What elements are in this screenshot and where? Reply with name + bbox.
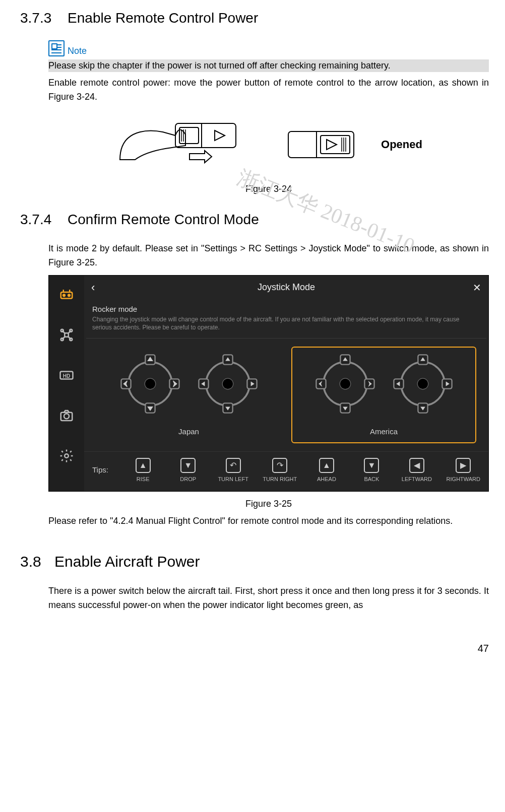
rotate-right-icon: ↷: [272, 458, 287, 473]
tip-ahead: ▲ AHEAD: [311, 458, 342, 482]
arrow-left-icon: ◀: [409, 458, 424, 473]
section-number: 3.7.4: [20, 212, 51, 228]
tip-leftward: ◀ LEFTWARD: [401, 458, 432, 482]
svg-point-15: [63, 294, 65, 296]
app-header: ‹ Joystick Mode ✕: [84, 276, 488, 300]
app-sidebar: HD: [49, 276, 84, 491]
svg-point-29: [64, 414, 69, 419]
body-text: Please refer to "4.2.4 Manual Flight Con…: [48, 514, 489, 528]
section-number: 3.8: [20, 553, 41, 570]
page-number: 47: [20, 643, 489, 654]
sidebar-settings-icon[interactable]: [58, 448, 75, 464]
section-number: 3.7.3: [20, 10, 51, 26]
body-text: Enable remote control power: move the po…: [48, 76, 489, 104]
tips-row: Tips: ▲ RISE ▼ DROP ↶ TURN LEFT ↷: [84, 451, 488, 491]
body-text: It is mode 2 by default. Please set in "…: [48, 242, 489, 270]
note-callout: Note: [48, 40, 489, 56]
tip-back: ▼ BACK: [356, 458, 387, 482]
app-main: ‹ Joystick Mode ✕ Rocker mode Changing t…: [84, 276, 488, 491]
arrow-down-icon: ▼: [180, 458, 196, 473]
tip-turn-left: ↶ TURN LEFT: [218, 458, 248, 482]
app-screenshot-joystick-mode: HD: [48, 275, 489, 492]
section-title: Enable Aircraft Power: [54, 553, 200, 570]
svg-rect-21: [65, 333, 69, 337]
hand-switch-illustration: [115, 114, 246, 175]
svg-point-44: [340, 378, 351, 389]
joystick-diagram: [393, 354, 453, 414]
svg-rect-2: [179, 127, 199, 144]
arrow-right-icon: ▶: [456, 458, 471, 473]
note-highlight-text: Please skip the chapter if the power is …: [48, 59, 489, 72]
note-label: Note: [68, 46, 87, 56]
rotate-left-icon: ↶: [226, 458, 241, 473]
tip-rise: ▲ RISE: [128, 458, 158, 482]
sidebar-hd-icon[interactable]: HD: [58, 367, 75, 383]
sidebar-aircraft-icon[interactable]: [58, 327, 75, 343]
figure-caption-324: Figure 3-24: [48, 184, 489, 194]
arrow-up-icon: ▲: [319, 458, 334, 473]
tips-label: Tips:: [92, 465, 108, 474]
tip-rightward: ▶ RIGHTWARD: [447, 458, 480, 482]
sidebar-camera-icon[interactable]: [58, 408, 75, 424]
mode-japan[interactable]: Japan: [96, 347, 281, 443]
svg-point-38: [222, 378, 233, 389]
note-icon: [48, 40, 65, 56]
header-title: Joystick Mode: [84, 282, 488, 293]
tip-turn-right: ↷ TURN RIGHT: [263, 458, 297, 482]
section-heading-38: 3.8 Enable Aircraft Power: [20, 553, 489, 570]
rocker-title: Rocker mode: [92, 305, 480, 313]
svg-point-16: [68, 294, 70, 296]
divider: [86, 338, 486, 339]
svg-point-50: [417, 378, 428, 389]
svg-point-32: [145, 378, 156, 389]
mode-label-america: America: [370, 427, 398, 436]
figure-3-24-row: Opened: [48, 114, 489, 175]
section-heading-374: 3.7.4 Confirm Remote Control Mode: [20, 212, 489, 228]
rocker-mode-section: Rocker mode Changing the joystick mode w…: [84, 300, 488, 332]
arrow-up-icon: ▲: [136, 458, 151, 473]
arrow-down-icon: ▼: [364, 458, 379, 473]
svg-point-30: [65, 454, 69, 458]
mode-america[interactable]: America: [291, 347, 476, 443]
rocker-desc: Changing the joystick mode will change c…: [92, 315, 480, 332]
joystick-diagram: [120, 354, 180, 414]
figure-caption-325: Figure 3-25: [48, 499, 489, 509]
joystick-diagram: [315, 354, 375, 414]
opened-label: Opened: [381, 138, 422, 151]
joystick-diagram: [198, 354, 258, 414]
body-text: There is a power switch below the aircra…: [48, 584, 489, 613]
section-title: Enable Remote Control Power: [68, 10, 258, 26]
modes-row: Japan: [84, 347, 488, 451]
tip-drop: ▼ DROP: [172, 458, 203, 482]
mode-label-japan: Japan: [178, 427, 199, 436]
section-title: Confirm Remote Control Mode: [68, 212, 259, 227]
switch-opened-illustration: [286, 124, 377, 165]
section-heading-373: 3.7.3 Enable Remote Control Power: [20, 10, 489, 26]
svg-text:HD: HD: [63, 373, 70, 379]
close-icon[interactable]: ✕: [473, 282, 481, 294]
sidebar-rc-icon[interactable]: [58, 287, 75, 303]
